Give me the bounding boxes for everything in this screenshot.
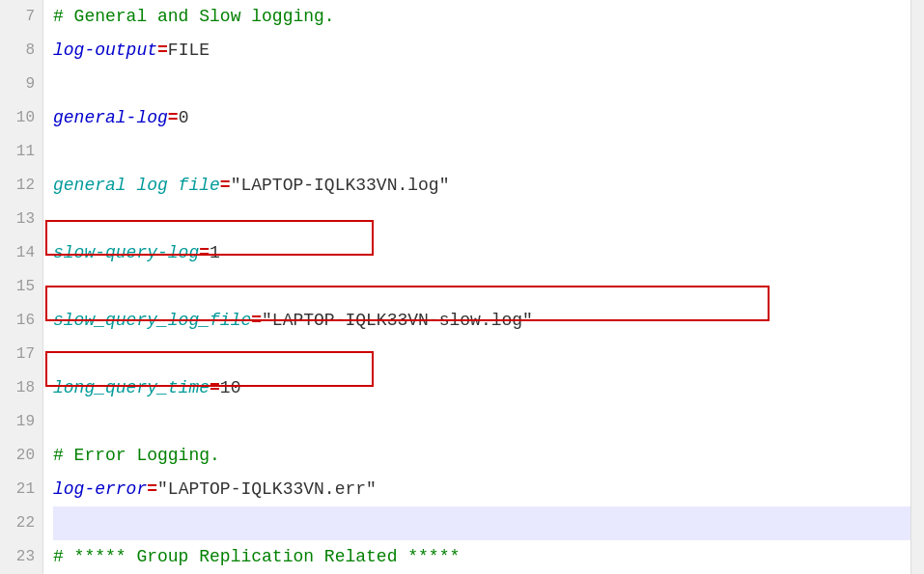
code-line-17 [53, 338, 910, 371]
equals2: = [168, 101, 179, 135]
code-line-9 [53, 68, 910, 101]
code-line-16: slow_query_log_file="LAPTOP-IQLK33VN-slo… [53, 304, 910, 338]
value-file: FILE [168, 34, 210, 68]
key-general-log: general-log [53, 101, 168, 135]
code-line-10: general-log=0 [53, 101, 910, 135]
comment-error-logging: # Error Logging. [53, 439, 220, 473]
code-line-22 [53, 506, 910, 540]
code-line-21: log-error="LAPTOP-IQLK33VN.err" [53, 473, 910, 506]
equals5: = [251, 304, 262, 338]
code-line-12: general log file="LAPTOP-IQLK33VN.log" [53, 169, 910, 203]
key-log-error: log-error [53, 473, 147, 506]
comment-group-rep: # ***** Group Replication Related ***** [53, 540, 460, 574]
code-line-8: log-output=FILE [53, 34, 910, 68]
key-long-query-time: long_query_time [53, 371, 210, 405]
key-slow-query-log-file: slow_query_log_file [53, 304, 251, 338]
line-numbers: 7 8 9 10 11 12 13 14 15 16 17 18 19 20 2… [0, 0, 43, 574]
key-log-output: log-output [53, 34, 157, 68]
value-0: 0 [179, 101, 189, 135]
code-line-15 [53, 270, 910, 304]
scrollbar[interactable] [910, 0, 924, 574]
code-line-23: # ***** Group Replication Related ***** [53, 540, 910, 574]
value-log-file: "LAPTOP-IQLK33VN.log" [231, 169, 450, 203]
value-slow-query: 1 [210, 236, 220, 270]
code-line-20: # Error Logging. [53, 439, 910, 473]
code-line-14: slow-query-log=1 [53, 236, 910, 270]
comment-text: # General and Slow logging. [53, 0, 335, 34]
key-general-log-file: general log file [53, 169, 220, 203]
equals7: = [147, 473, 157, 506]
equals3: = [220, 169, 231, 203]
equals4: = [199, 236, 210, 270]
code-line-11 [53, 135, 910, 169]
code-editor: 7 8 9 10 11 12 13 14 15 16 17 18 19 20 2… [0, 0, 924, 574]
code-content[interactable]: # General and Slow logging. log-output=F… [43, 0, 910, 574]
code-line-18: long_query_time=10 [53, 371, 910, 405]
value-err-file: "LAPTOP-IQLK33VN.err" [157, 473, 377, 506]
value-slow-log-file: "LAPTOP-IQLK33VN-slow.log" [262, 304, 533, 338]
code-line-7: # General and Slow logging. [53, 0, 910, 34]
code-line-19 [53, 405, 910, 439]
equals: = [157, 34, 168, 68]
code-line-13 [53, 203, 910, 236]
key-slow-query-log: slow-query-log [53, 236, 199, 270]
value-10: 10 [220, 371, 241, 405]
equals6: = [210, 371, 220, 405]
